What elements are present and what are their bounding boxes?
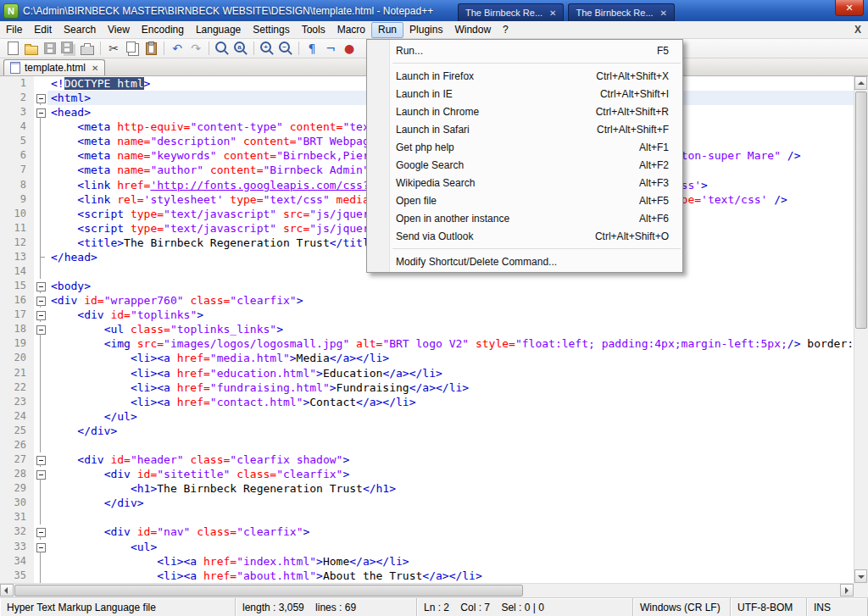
background-tab-close-icon[interactable]: ✕	[660, 8, 667, 18]
menu-plugins[interactable]: Plugins	[403, 22, 448, 38]
menu-encoding[interactable]: Encoding	[136, 22, 190, 38]
code-line: 22 <li><a href="fundraising.html">Fundra…	[0, 380, 854, 395]
macro-record-icon[interactable]: ●	[340, 40, 359, 57]
fold-margin	[34, 322, 47, 336]
fold-collapse-icon[interactable]	[36, 94, 46, 103]
run-menu-item-run[interactable]: Run...F5	[367, 42, 682, 59]
code-text: </div>	[47, 496, 854, 510]
code-line: 28 <div id="sitetitle" class="clearfix">	[0, 467, 854, 481]
find-icon[interactable]	[213, 40, 231, 57]
scroll-down-arrow[interactable]	[854, 569, 867, 583]
fold-collapse-icon[interactable]	[36, 528, 46, 537]
fold-margin	[34, 192, 47, 207]
save-icon[interactable]	[41, 40, 59, 57]
code-text: <li><a href="index.html">Home</a></li>	[47, 554, 854, 569]
horizontal-scrollbar-thumb[interactable]	[14, 585, 523, 597]
code-line: 15<body>	[0, 279, 854, 293]
scroll-left-arrow[interactable]	[0, 584, 14, 597]
word-wrap-icon[interactable]: ¶	[303, 40, 321, 57]
menu-item-label: Launch in IE	[396, 88, 600, 100]
menubar-close-button[interactable]: X	[848, 24, 868, 36]
replace-icon[interactable]: a	[231, 40, 250, 57]
code-text: <ul class="toplinks_links">	[47, 322, 854, 336]
fold-collapse-icon[interactable]	[36, 311, 46, 320]
background-browser-tabs: The Birnbeck Re...✕The Birnbeck Re...✕	[458, 3, 675, 21]
save-all-icon[interactable]	[59, 40, 78, 57]
menu-language[interactable]: Language	[190, 22, 247, 38]
run-menu-item-wikipedia-search[interactable]: Wikipedia SearchAlt+F3	[367, 174, 682, 191]
vertical-scrollbar-thumb[interactable]	[855, 92, 867, 329]
menu-item-shortcut: Alt+F6	[639, 213, 669, 225]
code-line: 24 </ul>	[0, 409, 854, 424]
scroll-up-arrow[interactable]	[854, 76, 867, 90]
code-text: <div id="header" class="clearfix shadow"…	[47, 452, 854, 467]
menu-macro[interactable]: Macro	[331, 22, 371, 38]
fold-collapse-icon[interactable]	[36, 108, 46, 118]
menubar-items: FileEditSearchViewEncodingLanguageSettin…	[0, 22, 515, 38]
run-menu-item-launch-in-ie[interactable]: Launch in IECtrl+Alt+Shift+I	[367, 85, 682, 103]
window-close-button[interactable]: ✕	[835, 0, 864, 16]
menu-item-shortcut: F5	[657, 45, 669, 57]
redo-icon[interactable]: ↷	[186, 40, 205, 57]
code-line: 26	[0, 438, 854, 452]
fold-margin	[34, 524, 47, 539]
tab-close-icon[interactable]: ✕	[92, 64, 98, 73]
paste-icon[interactable]	[142, 40, 160, 57]
menu-edit[interactable]: Edit	[28, 22, 58, 38]
menu-settings[interactable]: Settings	[247, 22, 295, 38]
menu-window[interactable]: Window	[448, 22, 497, 38]
menu-search[interactable]: Search	[58, 22, 102, 38]
fold-collapse-icon[interactable]	[36, 325, 46, 335]
copy-icon[interactable]	[123, 40, 142, 57]
show-all-characters-icon[interactable]: ¬	[321, 40, 340, 57]
menu-item-shortcut: Alt+F1	[639, 142, 669, 153]
fold-collapse-icon[interactable]	[36, 470, 46, 480]
run-menu-item-launch-in-chrome[interactable]: Launch in ChromeCtrl+Alt+Shift+R	[367, 103, 682, 120]
menu-file[interactable]: File	[0, 22, 28, 38]
code-text: <li><a href="about.html">About the Trust…	[47, 569, 854, 583]
code-line: 17 <div id="toplinks">	[0, 308, 854, 322]
fold-margin	[34, 380, 47, 395]
menu-item-shortcut: Ctrl+Alt+Shift+R	[596, 106, 669, 118]
line-number: 33	[0, 540, 34, 554]
fold-margin	[34, 178, 47, 192]
code-text: <div id="toplinks">	[47, 308, 854, 322]
menu-help[interactable]: ?	[497, 22, 515, 38]
fold-collapse-icon[interactable]	[36, 456, 46, 465]
code-line: 16<div id="wrapper760" class="clearfix">	[0, 293, 854, 308]
menu-view[interactable]: View	[102, 22, 136, 38]
zoom-in-icon[interactable]: +	[258, 40, 276, 57]
print-icon[interactable]	[78, 40, 97, 57]
run-menu-item-get-php-help[interactable]: Get php helpAlt+F1	[367, 138, 682, 156]
zoom-out-icon[interactable]: −	[276, 40, 295, 57]
run-menu-item-launch-in-safari[interactable]: Launch in SafariCtrl+Alt+Shift+F	[367, 120, 682, 138]
code-line: 19 <img src="images/logos/logosmall.jpg"…	[0, 336, 854, 351]
vertical-scrollbar[interactable]	[854, 76, 868, 583]
menu-run[interactable]: Run	[371, 22, 403, 38]
cut-icon[interactable]: ✂	[104, 40, 123, 57]
scroll-right-arrow[interactable]	[840, 584, 854, 597]
background-tab[interactable]: The Birnbeck Re...✕	[458, 3, 564, 21]
run-menu-item-google-search[interactable]: Google SearchAlt+F2	[367, 156, 682, 174]
new-file-icon[interactable]	[3, 40, 22, 57]
undo-icon[interactable]: ↶	[168, 40, 186, 57]
fold-collapse-icon[interactable]	[36, 297, 46, 306]
open-folder-icon[interactable]	[22, 40, 41, 57]
run-menu-item-open-in-another-instance[interactable]: Open in another instanceAlt+F6	[367, 209, 682, 227]
line-number: 15	[0, 279, 34, 293]
menu-item-label: Launch in Safari	[396, 124, 597, 136]
fold-collapse-icon[interactable]	[36, 543, 46, 552]
run-menu-item-open-file[interactable]: Open fileAlt+F5	[367, 191, 682, 209]
background-tab[interactable]: The Birnbeck Re...✕	[568, 3, 674, 21]
menu-tools[interactable]: Tools	[296, 22, 331, 38]
statusbar: Hyper Text Markup Language filelength : …	[0, 597, 868, 616]
fold-collapse-icon[interactable]	[36, 282, 46, 291]
horizontal-scrollbar[interactable]	[0, 583, 854, 597]
run-menu-item-modify-shortcut-delete-command[interactable]: Modify Shortcut/Delete Command...	[367, 253, 682, 270]
run-dropdown-menu: Run...F5Launch in FirefoxCtrl+Alt+Shift+…	[366, 39, 683, 273]
fold-margin	[34, 540, 47, 554]
run-menu-item-send-via-outlook[interactable]: Send via OutlookCtrl+Alt+Shift+O	[367, 227, 682, 245]
background-tab-close-icon[interactable]: ✕	[549, 8, 556, 18]
run-menu-item-launch-in-firefox[interactable]: Launch in FirefoxCtrl+Alt+Shift+X	[367, 67, 682, 85]
tab-template-html[interactable]: template.html ✕	[3, 59, 105, 75]
